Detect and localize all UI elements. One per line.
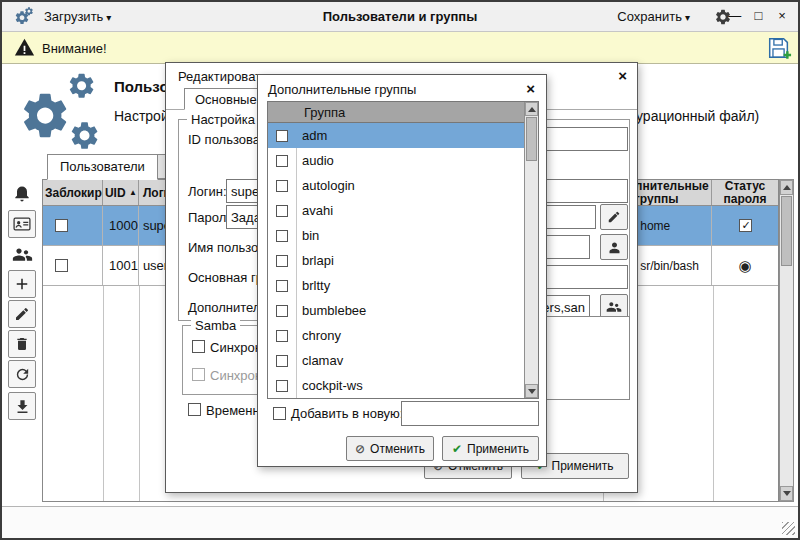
save-menu-label: Сохранить xyxy=(617,9,682,24)
group-checkbox[interactable] xyxy=(276,255,288,267)
minimize-button[interactable]: — xyxy=(727,8,743,23)
grid-line xyxy=(139,286,140,501)
group-row[interactable]: autologin xyxy=(268,173,538,198)
apply-label: Применить xyxy=(467,442,529,456)
close-icon[interactable]: × xyxy=(618,67,627,84)
password-status-radio-icon: ◉ xyxy=(739,258,752,273)
groups-scrollbar[interactable] xyxy=(524,102,538,398)
edit-password-button[interactable] xyxy=(600,204,628,230)
group-checkbox[interactable] xyxy=(276,205,288,217)
groups-list: Группа adm audio autologin avahi bin brl… xyxy=(267,101,539,399)
status-bar xyxy=(2,506,798,538)
app-window: Загрузить▾ Пользователи и группы Сохрани… xyxy=(0,0,800,540)
add-to-new-label: Добавить в новую: xyxy=(291,406,403,421)
group-row[interactable]: adm xyxy=(268,123,538,148)
group-checkbox[interactable] xyxy=(276,155,288,167)
samba-legend: Samba xyxy=(191,318,240,333)
group-row[interactable]: bin xyxy=(268,223,538,248)
table-scrollbar[interactable] xyxy=(779,179,794,502)
group-checkbox[interactable] xyxy=(276,305,288,317)
group-checkbox[interactable] xyxy=(276,355,288,367)
save-menu-button[interactable]: Сохранить▾ xyxy=(617,9,690,24)
group-row[interactable]: chrony xyxy=(268,323,538,348)
cancel-button[interactable]: ⊘ Отменить xyxy=(346,436,434,461)
column-header-password-status[interactable]: Статус пароля xyxy=(712,180,778,205)
cancel-icon: ⊘ xyxy=(355,442,365,456)
maximize-button[interactable]: □ xyxy=(750,8,766,23)
group-name: adm xyxy=(302,128,327,143)
locked-checkbox[interactable] xyxy=(55,219,68,232)
groups-list-header: Группа xyxy=(268,102,538,123)
group-checkbox[interactable] xyxy=(276,180,288,192)
grid-line xyxy=(103,286,104,501)
grid-line xyxy=(713,286,714,501)
group-checkbox[interactable] xyxy=(276,130,288,142)
close-button[interactable]: × xyxy=(774,8,790,23)
download-button[interactable] xyxy=(8,392,36,420)
chevron-down-icon: ▾ xyxy=(685,12,690,23)
group-checkbox[interactable] xyxy=(276,380,288,392)
tab-main[interactable]: Основные xyxy=(184,88,268,110)
users-icon[interactable] xyxy=(8,240,36,268)
window-controls: — □ × xyxy=(723,8,790,23)
group-row[interactable]: brltty xyxy=(268,273,538,298)
group-name: chrony xyxy=(302,328,341,343)
tab-users[interactable]: Пользователи xyxy=(47,154,158,180)
locked-checkbox[interactable] xyxy=(55,259,68,272)
warning-bar: Внимание! xyxy=(2,32,798,64)
temporary-checkbox[interactable] xyxy=(188,403,201,416)
person-icon xyxy=(607,240,622,255)
group-checkbox[interactable] xyxy=(276,230,288,242)
group-row[interactable]: cockpit-ws xyxy=(268,373,538,398)
scrollbar-thumb[interactable] xyxy=(526,117,537,161)
users-icon xyxy=(606,299,622,315)
password-status-checkbox[interactable] xyxy=(739,219,752,232)
samba-sync2-checkbox[interactable] xyxy=(192,368,205,381)
pencil-icon xyxy=(607,210,621,224)
titlebar: Загрузить▾ Пользователи и группы Сохрани… xyxy=(2,2,798,32)
id-card-icon[interactable] xyxy=(8,210,36,238)
uid-cell: 1001 xyxy=(103,246,139,285)
apply-button[interactable]: ✔ Применить xyxy=(442,436,539,461)
app-logo-gears xyxy=(18,68,102,154)
apply-label: Применить xyxy=(552,459,614,473)
scroll-up-arrow[interactable] xyxy=(525,102,538,116)
scroll-up-arrow[interactable] xyxy=(780,180,793,195)
group-name: bumblebee xyxy=(302,303,366,318)
additional-groups-dialog: Дополнительные группы × Группа adm audio… xyxy=(257,74,547,467)
group-name: audio xyxy=(302,153,334,168)
add-to-new-checkbox[interactable] xyxy=(273,407,286,420)
column-header-locked[interactable]: Заблокирован xyxy=(43,180,103,205)
cancel-label: Отменить xyxy=(370,442,425,456)
login-label: Логин: xyxy=(188,184,227,199)
group-row[interactable]: clamav xyxy=(268,348,538,373)
group-row[interactable]: bumblebee xyxy=(268,298,538,323)
group-name: autologin xyxy=(302,178,355,193)
save-file-icon[interactable] xyxy=(766,35,792,61)
group-row[interactable]: brlapi xyxy=(268,248,538,273)
check-icon: ✔ xyxy=(452,442,462,456)
group-row[interactable]: audio xyxy=(268,148,538,173)
scroll-down-arrow[interactable] xyxy=(780,486,793,501)
edit-user-button[interactable] xyxy=(8,300,36,328)
group-row[interactable]: avahi xyxy=(268,198,538,223)
column-header-uid[interactable]: UID ▲ xyxy=(103,180,139,205)
group-name: brltty xyxy=(302,278,330,293)
scrollbar-thumb[interactable] xyxy=(781,196,792,266)
pick-user-button[interactable] xyxy=(600,234,628,260)
new-group-input[interactable] xyxy=(401,401,539,426)
dialog-title: Дополнительные группы xyxy=(268,82,416,97)
group-name: brlapi xyxy=(302,253,334,268)
resize-grip[interactable] xyxy=(782,522,795,535)
scroll-down-arrow[interactable] xyxy=(525,384,538,398)
group-checkbox[interactable] xyxy=(276,280,288,292)
warning-text: Внимание! xyxy=(42,41,107,56)
group-checkbox[interactable] xyxy=(276,330,288,342)
samba-sync-checkbox[interactable] xyxy=(192,340,205,353)
refresh-button[interactable] xyxy=(8,360,36,388)
delete-user-button[interactable] xyxy=(8,330,36,358)
add-user-button[interactable] xyxy=(8,270,36,298)
close-icon[interactable]: × xyxy=(526,80,535,97)
group-name: avahi xyxy=(302,203,333,218)
bell-icon[interactable] xyxy=(8,180,36,208)
